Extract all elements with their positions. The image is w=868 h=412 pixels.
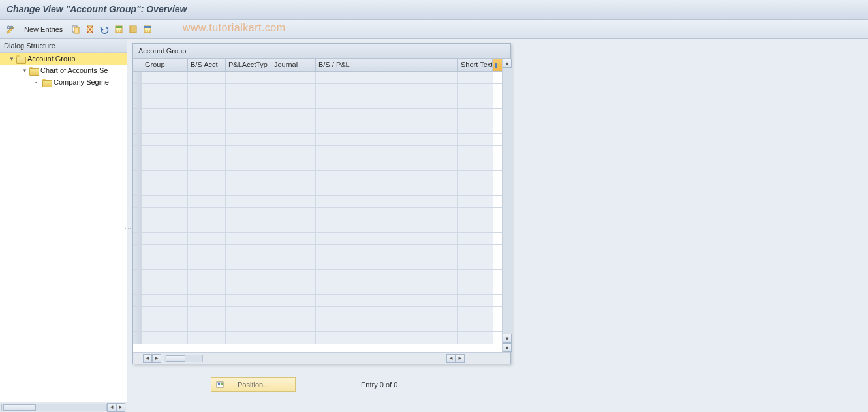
scroll-up2-button[interactable]: ▲ (503, 343, 512, 352)
cell-journal[interactable] (271, 208, 316, 220)
cell-journal[interactable] (271, 196, 316, 207)
cell-bspl[interactable] (316, 96, 458, 108)
col-header-bspl[interactable]: B/S / P&L (316, 59, 458, 71)
cell-bspl[interactable] (316, 220, 458, 232)
row-selector[interactable] (133, 319, 142, 331)
table-row[interactable] (133, 220, 502, 233)
position-button[interactable]: Position... (211, 377, 296, 392)
cell-group[interactable] (142, 258, 188, 269)
col-header-short[interactable]: Short Text (458, 59, 493, 71)
cell-group[interactable] (142, 332, 188, 344)
cell-short[interactable] (458, 332, 493, 344)
table-row[interactable] (133, 96, 502, 109)
cell-bsacct[interactable] (188, 332, 226, 344)
hscroll-left2-button[interactable]: ◄ (446, 354, 456, 363)
cell-bsacct[interactable] (188, 295, 226, 306)
cell-bspl[interactable] (316, 282, 458, 294)
cell-bsacct[interactable] (188, 270, 226, 282)
cell-pltype[interactable] (226, 158, 271, 170)
cell-short[interactable] (458, 258, 493, 269)
cell-pltype[interactable] (226, 220, 271, 232)
cell-bspl[interactable] (316, 307, 458, 319)
col-header-bsacct[interactable]: B/S Acct (188, 59, 226, 71)
scroll-down-button[interactable]: ▼ (503, 334, 512, 343)
cell-group[interactable] (142, 121, 188, 133)
cell-bspl[interactable] (316, 258, 458, 269)
scroll-right-button[interactable]: ► (116, 403, 125, 412)
scroll-track[interactable] (1, 404, 107, 411)
table-row[interactable] (133, 72, 502, 84)
cell-journal[interactable] (271, 171, 316, 183)
col-header-journal[interactable]: Journal (271, 59, 316, 71)
cell-short[interactable] (458, 158, 493, 170)
cell-group[interactable] (142, 196, 188, 207)
left-panel-hscroll[interactable]: ◄ ► (0, 402, 127, 412)
cell-bsacct[interactable] (188, 72, 226, 83)
cell-journal[interactable] (271, 295, 316, 306)
hscroll-track[interactable] (164, 355, 203, 362)
cell-bsacct[interactable] (188, 96, 226, 108)
row-selector[interactable] (133, 307, 142, 319)
cell-pltype[interactable] (226, 183, 271, 195)
cell-journal[interactable] (271, 270, 316, 282)
cell-group[interactable] (142, 96, 188, 108)
cell-group[interactable] (142, 307, 188, 319)
cell-short[interactable] (458, 183, 493, 195)
hscroll-left-button[interactable]: ◄ (143, 354, 152, 363)
row-selector[interactable] (133, 158, 142, 170)
cell-bsacct[interactable] (188, 307, 226, 319)
cell-pltype[interactable] (226, 196, 271, 207)
cell-short[interactable] (458, 220, 493, 232)
copy-button[interactable] (70, 23, 82, 35)
table-row[interactable] (133, 134, 502, 146)
cell-pltype[interactable] (226, 121, 271, 133)
cell-bsacct[interactable] (188, 196, 226, 207)
cell-group[interactable] (142, 84, 188, 96)
cell-bsacct[interactable] (188, 233, 226, 244)
cell-short[interactable] (458, 319, 493, 331)
table-vscroll[interactable]: ▲ ▼ ▲ (502, 59, 512, 352)
cell-bspl[interactable] (316, 121, 458, 133)
row-selector[interactable] (133, 282, 142, 294)
row-selector[interactable] (133, 109, 142, 121)
table-row[interactable] (133, 270, 502, 282)
cell-group[interactable] (142, 319, 188, 331)
row-selector[interactable] (133, 220, 142, 232)
cell-bspl[interactable] (316, 295, 458, 306)
cell-journal[interactable] (271, 134, 316, 145)
table-row[interactable] (133, 146, 502, 158)
hscroll-right2-button[interactable]: ► (456, 354, 465, 363)
cell-short[interactable] (458, 121, 493, 133)
cell-pltype[interactable] (226, 270, 271, 282)
cell-bsacct[interactable] (188, 282, 226, 294)
table-row[interactable] (133, 319, 502, 332)
cell-bsacct[interactable] (188, 146, 226, 158)
table-row[interactable] (133, 84, 502, 96)
resize-handle[interactable]: ⋮ (125, 226, 127, 245)
cell-bsacct[interactable] (188, 258, 226, 269)
undo-button[interactable] (99, 23, 110, 35)
table-row[interactable] (133, 282, 502, 295)
row-selector[interactable] (133, 121, 142, 133)
table-row[interactable] (133, 109, 502, 121)
cell-journal[interactable] (271, 72, 316, 83)
table-row[interactable] (133, 208, 502, 220)
row-selector[interactable] (133, 134, 142, 145)
cell-journal[interactable] (271, 158, 316, 170)
cell-pltype[interactable] (226, 146, 271, 158)
cell-bsacct[interactable] (188, 121, 226, 133)
cell-journal[interactable] (271, 84, 316, 96)
cell-bspl[interactable] (316, 171, 458, 183)
col-header-pltype[interactable]: P&LAcctTyp (226, 59, 271, 71)
scroll-left-button[interactable]: ◄ (107, 403, 116, 412)
cell-bspl[interactable] (316, 208, 458, 220)
cell-bsacct[interactable] (188, 109, 226, 121)
cell-pltype[interactable] (226, 171, 271, 183)
cell-journal[interactable] (271, 183, 316, 195)
cell-pltype[interactable] (226, 84, 271, 96)
cell-journal[interactable] (271, 282, 316, 294)
cell-bspl[interactable] (316, 332, 458, 344)
table-row[interactable] (133, 196, 502, 208)
hscroll-right-button[interactable]: ► (152, 354, 161, 363)
cell-bspl[interactable] (316, 158, 458, 170)
